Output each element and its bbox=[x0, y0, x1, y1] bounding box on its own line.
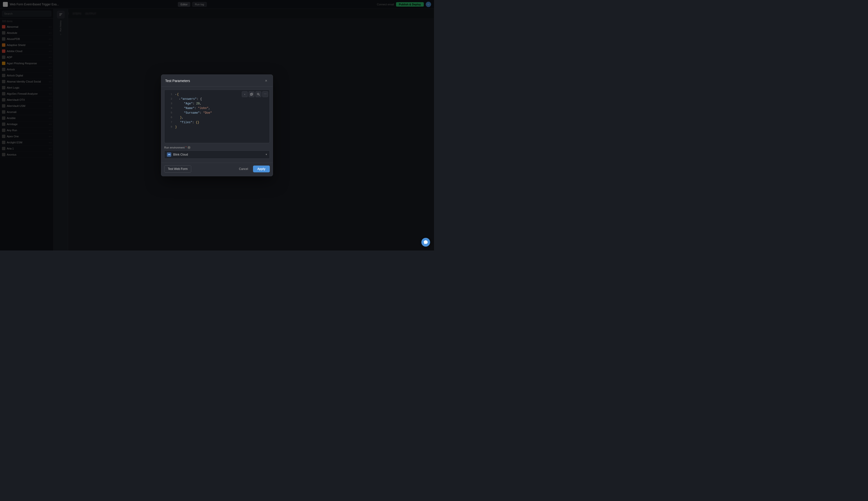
modal-title: Test Parameters bbox=[165, 79, 190, 83]
blink-cloud-icon bbox=[167, 152, 171, 157]
run-environment-section: Run environment * i Blink Cloud ▾ bbox=[161, 143, 273, 161]
run-env-select-left: Blink Cloud bbox=[167, 152, 188, 157]
code-line-4: 4 "Name": "John", bbox=[164, 106, 270, 111]
code-line-5: 5 "Surname": "Doe" bbox=[164, 111, 270, 115]
code-back-button[interactable]: ‹ bbox=[242, 91, 248, 97]
modal-header: Test Parameters × bbox=[161, 75, 273, 87]
code-search-button[interactable] bbox=[255, 91, 261, 97]
chevron-down-icon: ▾ bbox=[266, 153, 267, 156]
code-more-button[interactable]: ⋯ bbox=[262, 91, 268, 97]
run-env-value: Blink Cloud bbox=[173, 153, 188, 156]
code-copy-button[interactable] bbox=[249, 91, 254, 97]
chat-icon bbox=[424, 240, 428, 244]
modal-footer: Test Web Form Cancel Apply bbox=[161, 163, 273, 176]
info-icon[interactable]: i bbox=[188, 146, 190, 149]
code-line-3: 3 "Age": 29, bbox=[164, 102, 270, 106]
cancel-button[interactable]: Cancel bbox=[236, 166, 251, 172]
code-line-2: 2 ▾"answers": { bbox=[164, 97, 270, 102]
footer-right-actions: Cancel Apply bbox=[236, 166, 270, 172]
code-line-8: 8 } bbox=[164, 125, 270, 129]
code-line-6: 6 }, bbox=[164, 115, 270, 120]
code-line-7: 7 "files": {} bbox=[164, 120, 270, 125]
svg-point-5 bbox=[257, 93, 259, 95]
run-env-label: Run environment * i bbox=[164, 146, 270, 149]
code-toolbar: ‹ ⋯ bbox=[242, 91, 268, 97]
apply-button[interactable]: Apply bbox=[253, 166, 270, 172]
test-web-form-button[interactable]: Test Web Form bbox=[164, 165, 191, 173]
run-environment-select[interactable]: Blink Cloud ▾ bbox=[164, 150, 270, 159]
test-parameters-modal: Test Parameters × ‹ ⋯ 1 ▾{ 2 ▾"answers":… bbox=[161, 74, 273, 176]
modal-close-button[interactable]: × bbox=[263, 78, 269, 84]
chat-bubble[interactable] bbox=[421, 238, 430, 247]
svg-line-6 bbox=[259, 95, 260, 95]
required-indicator: * bbox=[186, 146, 187, 149]
code-editor[interactable]: ‹ ⋯ 1 ▾{ 2 ▾"answers": { 3 "Age": bbox=[164, 89, 270, 143]
